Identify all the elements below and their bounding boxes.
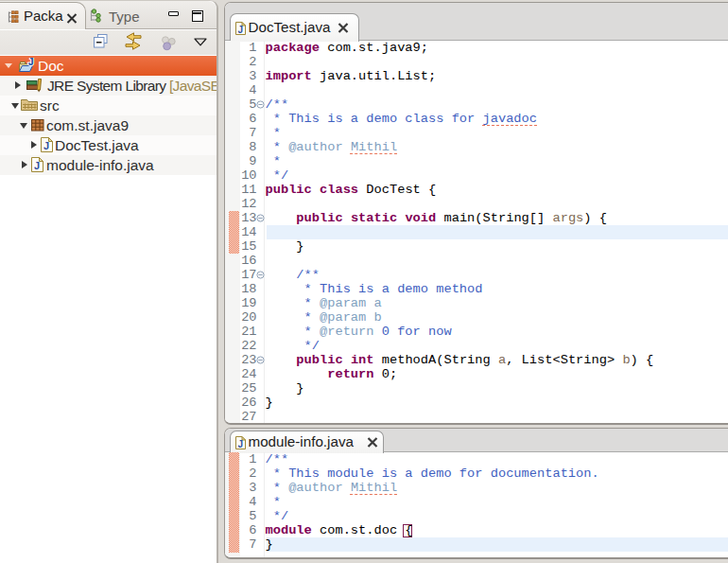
svg-text:J: J bbox=[43, 140, 49, 151]
svg-text:J: J bbox=[28, 58, 34, 67]
svg-text:J: J bbox=[238, 25, 244, 35]
svg-text:J: J bbox=[34, 160, 40, 171]
svg-text:J: J bbox=[238, 439, 244, 449]
